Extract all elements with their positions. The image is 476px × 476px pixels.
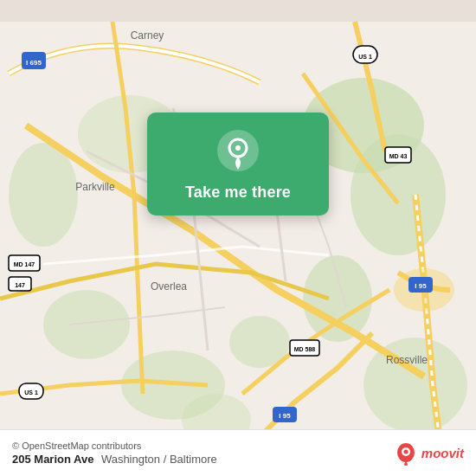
svg-text:I 695: I 695: [26, 59, 42, 67]
moovit-label: moovit: [421, 446, 464, 460]
address-line: 205 Marion Ave Washington / Baltimore: [12, 451, 217, 466]
svg-point-3: [303, 255, 372, 342]
svg-text:I 95: I 95: [415, 282, 427, 290]
map-background: I 695 US 1 MD 43 MD 147 147 US 1 I 95 MD…: [0, 0, 476, 476]
svg-text:Overlea: Overlea: [151, 280, 187, 293]
svg-text:US 1: US 1: [358, 54, 372, 60]
moovit-logo: moovit: [394, 441, 464, 466]
svg-text:147: 147: [15, 282, 25, 288]
address-text: 205 Marion Ave: [12, 453, 93, 466]
svg-point-7: [9, 143, 78, 247]
address-info: © OpenStreetMap contributors 205 Marion …: [12, 441, 217, 466]
svg-text:MD 147: MD 147: [14, 261, 35, 267]
location-pin-icon: [215, 128, 261, 173]
svg-text:Rossville: Rossville: [386, 354, 428, 366]
svg-point-6: [43, 290, 130, 359]
moovit-pin-icon: [394, 441, 418, 466]
map-attribution: © OpenStreetMap contributors: [12, 441, 141, 451]
svg-text:US 1: US 1: [24, 389, 38, 396]
map-container: I 695 US 1 MD 43 MD 147 147 US 1 I 95 MD…: [0, 0, 476, 476]
svg-text:MD 43: MD 43: [389, 153, 408, 159]
svg-text:Carney: Carney: [131, 29, 164, 42]
svg-point-40: [403, 449, 408, 453]
svg-point-37: [235, 145, 241, 151]
bottom-bar: © OpenStreetMap contributors 205 Marion …: [0, 429, 476, 476]
svg-text:Parkville: Parkville: [75, 181, 115, 193]
svg-text:I 95: I 95: [279, 412, 291, 420]
svg-text:MD 588: MD 588: [294, 346, 316, 352]
take-me-there-button[interactable]: Take me there: [185, 183, 291, 202]
location-card: Take me there: [147, 113, 329, 215]
city-text: Washington / Baltimore: [101, 453, 217, 466]
